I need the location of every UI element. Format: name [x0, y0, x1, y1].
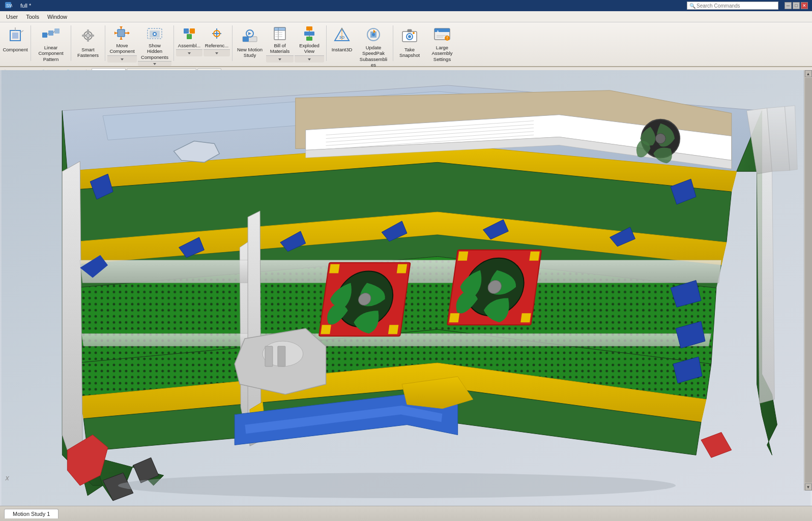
svg-marker-23 [114, 32, 117, 35]
reference-split: Referenc... [204, 23, 230, 66]
svg-marker-125 [248, 211, 261, 431]
minimize-button[interactable]: ─ [785, 2, 792, 9]
svg-rect-59 [408, 29, 412, 32]
large-assembly-icon: A [432, 25, 452, 44]
scroll-down-button[interactable]: ▼ [805, 483, 812, 491]
search-input[interactable] [697, 3, 776, 9]
svg-rect-29 [190, 28, 195, 34]
motion-study-tab[interactable]: Motion Study 1 [4, 509, 59, 518]
svg-rect-3 [12, 33, 18, 39]
snapshot-icon [399, 25, 420, 46]
show-hidden-dropdown[interactable] [138, 61, 171, 66]
vertical-scrollbar[interactable]: ▲ ▼ [804, 70, 812, 491]
bom-icon [271, 25, 288, 43]
move-component-dropdown[interactable] [107, 55, 137, 63]
assembly-dropdown[interactable] [176, 49, 202, 56]
svg-marker-88 [62, 161, 82, 455]
dropdown-arrow [121, 58, 124, 60]
svg-text:x: x [5, 474, 10, 482]
svg-rect-104 [321, 325, 331, 334]
divider6 [326, 25, 327, 61]
take-snapshot-label: Take Snapshot [396, 47, 423, 58]
exploded-icon [300, 25, 318, 43]
bom-dropdown[interactable] [266, 55, 294, 63]
scroll-up-button[interactable]: ▲ [805, 70, 812, 77]
svg-marker-19 [128, 32, 130, 35]
large-assembly-settings-label: Large Assembly Settings [428, 45, 456, 62]
svg-marker-21 [120, 38, 123, 40]
speedpak-icon [363, 25, 384, 44]
title-bar: SW full * 🔍 ─ □ ✕ [0, 0, 812, 11]
dropdown-arrow4 [215, 52, 218, 54]
divider7 [393, 25, 393, 61]
svg-marker-148 [757, 171, 775, 403]
instant3d-button[interactable]: 3D Instant3D [329, 23, 355, 63]
menu-user[interactable]: User [2, 13, 22, 21]
svg-text:SW: SW [6, 3, 12, 8]
window-title: full * [20, 3, 31, 9]
menu-tools[interactable]: Tools [22, 13, 43, 21]
svg-rect-6 [42, 33, 47, 38]
svg-point-62 [413, 32, 415, 34]
divider1 [31, 25, 31, 61]
move-icon [113, 25, 131, 43]
instant3d-icon: 3D [332, 25, 352, 46]
update-speedpak-button[interactable]: Update SpeedPak Subassemblies [356, 23, 391, 63]
svg-point-36 [216, 33, 218, 35]
assembly-canvas: x [0, 70, 812, 506]
component-icon [5, 25, 25, 46]
new-motion-study-label: New Motion Study [236, 47, 264, 58]
divider3 [105, 25, 105, 61]
assembly-button[interactable]: Assembl... [176, 23, 202, 49]
dropdown-arrow5 [278, 58, 281, 60]
svg-marker-40 [248, 32, 251, 35]
show-hidden-button[interactable]: Show Hidden Components [138, 23, 171, 61]
ribbon-toolbar: Component Linear Component Pattern [0, 22, 812, 67]
menu-window[interactable]: Window [43, 13, 71, 21]
svg-rect-38 [243, 37, 249, 42]
svg-point-70 [447, 39, 448, 40]
new-motion-study-button[interactable]: New Motion Study [235, 23, 265, 63]
move-component-split: Move Component [107, 23, 137, 66]
bom-split: Bill of Materials [266, 23, 294, 66]
linear-component-pattern-label: Linear Component Pattern [37, 45, 65, 62]
move-component-button[interactable]: Move Component [107, 23, 137, 55]
show-hidden-icon [146, 25, 164, 43]
maximize-button[interactable]: □ [793, 2, 800, 9]
svg-line-9 [47, 33, 48, 35]
scroll-thumb-v[interactable] [805, 78, 812, 483]
assembly-label: Assembl... [178, 43, 200, 48]
motion-study-icon [240, 25, 260, 46]
exploded-view-button[interactable]: Exploded View [295, 23, 324, 55]
status-bar: Motion Study 1 [0, 506, 812, 521]
dropdown-arrow2 [153, 63, 156, 65]
close-button[interactable]: ✕ [801, 2, 808, 9]
instant3d-label: Instant3D [332, 47, 353, 52]
linear-pattern-icon [41, 25, 61, 44]
smart-fasteners-label: Smart Fasteners [74, 47, 102, 58]
reference-button[interactable]: Referenc... [204, 23, 230, 49]
smart-fasteners-button[interactable]: Smart Fasteners [73, 23, 103, 63]
dropdown-arrow6 [308, 58, 311, 60]
main-viewport[interactable]: x ▲ ▼ [0, 70, 812, 506]
search-icon: 🔍 [689, 3, 695, 9]
large-assembly-settings-button[interactable]: A Large Assembly Settings [425, 23, 459, 63]
svg-rect-105 [388, 325, 398, 334]
move-component-label: Move Component [108, 43, 136, 54]
svg-rect-50 [306, 37, 312, 41]
bom-button[interactable]: Bill of Materials [266, 23, 294, 55]
menu-bar: User Tools Window [0, 11, 812, 22]
take-snapshot-button[interactable]: Take Snapshot [395, 23, 424, 63]
linear-component-pattern-button[interactable]: Linear Component Pattern [33, 23, 69, 63]
svg-point-122 [655, 134, 665, 144]
assembly-split: Assembl... [176, 23, 202, 66]
svg-point-151 [118, 473, 676, 498]
assembly-icon [181, 25, 198, 43]
fasteners-icon [78, 25, 98, 46]
search-box[interactable]: 🔍 [687, 2, 778, 10]
divider5 [232, 25, 233, 61]
component-button[interactable]: Component [2, 23, 28, 63]
reference-dropdown[interactable] [204, 49, 230, 56]
exploded-view-dropdown[interactable] [295, 55, 324, 63]
update-speedpak-label: Update SpeedPak Subassemblies [359, 45, 388, 68]
